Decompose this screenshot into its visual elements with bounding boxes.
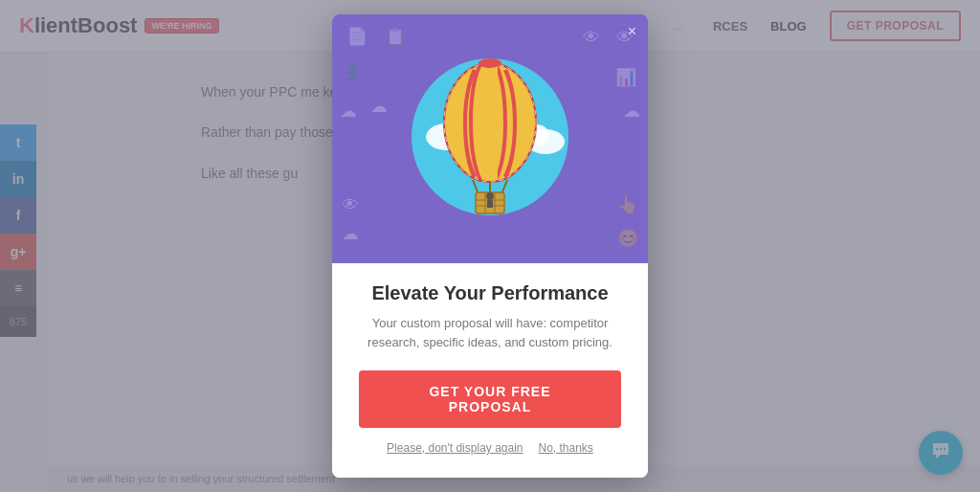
- svg-point-11: [479, 58, 501, 68]
- modal-body: Elevate Your Performance Your custom pro…: [332, 263, 648, 478]
- bg-icon-cloud4: ☁: [342, 223, 359, 244]
- bg-icon-cursor: 👆: [617, 194, 638, 215]
- bg-icon-doc2: 📋: [385, 26, 406, 47]
- bg-icon-eye: 👁: [583, 28, 600, 48]
- bg-icon-cloud: ☁: [340, 101, 357, 122]
- modal-description: Your custom proposal will have: competit…: [359, 314, 621, 351]
- balloon-illustration: [404, 46, 576, 232]
- modal-overlay[interactable]: 📄 📋 👁 👁 💲 📊 ☁ ☁ ☁ 👁 ☁ 👆 😊 ×: [0, 0, 980, 492]
- modal: 📄 📋 👁 👁 💲 📊 ☁ ☁ ☁ 👁 ☁ 👆 😊 ×: [332, 14, 648, 478]
- svg-rect-21: [487, 200, 493, 208]
- bg-icon-chart: 📊: [615, 67, 636, 88]
- modal-close-button[interactable]: ×: [628, 24, 636, 39]
- bg-icon-smile: 😊: [617, 228, 638, 249]
- no-thanks-link[interactable]: No, thanks: [539, 441, 593, 455]
- bg-icon-cloud2: ☁: [370, 96, 388, 117]
- svg-point-20: [486, 192, 494, 200]
- bg-icon-eye3: 👁: [342, 195, 359, 215]
- modal-footer: Please, don't display again No, thanks: [359, 441, 621, 455]
- bg-icon-cloud3: ☁: [623, 101, 640, 122]
- bg-icon-dollar: 💲: [342, 62, 363, 83]
- modal-header: 📄 📋 👁 👁 💲 📊 ☁ ☁ ☁ 👁 ☁ 👆 😊 ×: [332, 14, 648, 263]
- no-display-link[interactable]: Please, don't display again: [387, 441, 523, 455]
- modal-title: Elevate Your Performance: [359, 282, 621, 304]
- cta-button[interactable]: GET YOUR FREE PROPOSAL: [359, 370, 621, 428]
- bg-icon-doc: 📄: [346, 26, 368, 47]
- balloon-svg: [404, 46, 576, 228]
